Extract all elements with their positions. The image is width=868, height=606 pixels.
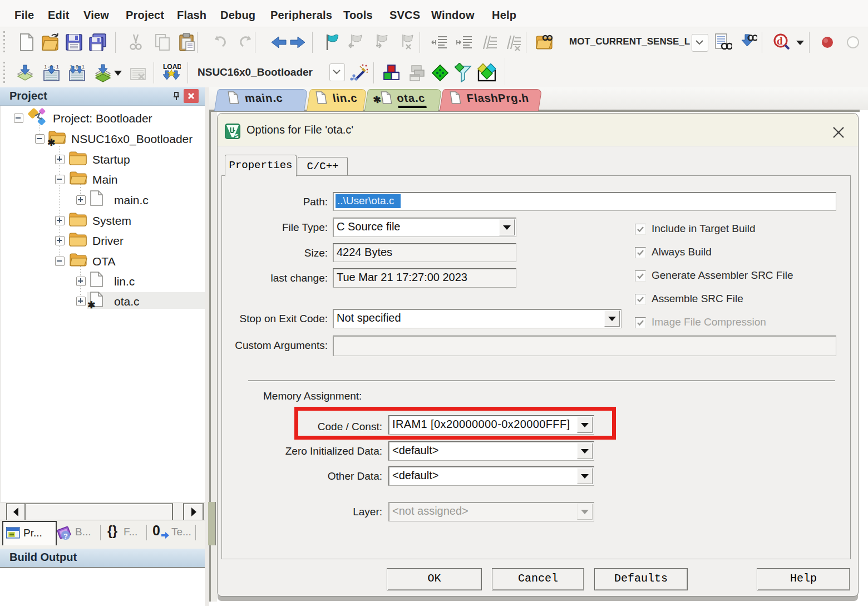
svg-text:?: ? (63, 532, 68, 540)
svg-text:LOAD: LOAD (163, 63, 181, 71)
svg-text:d: d (777, 35, 783, 47)
svg-text:s: s (235, 132, 239, 139)
